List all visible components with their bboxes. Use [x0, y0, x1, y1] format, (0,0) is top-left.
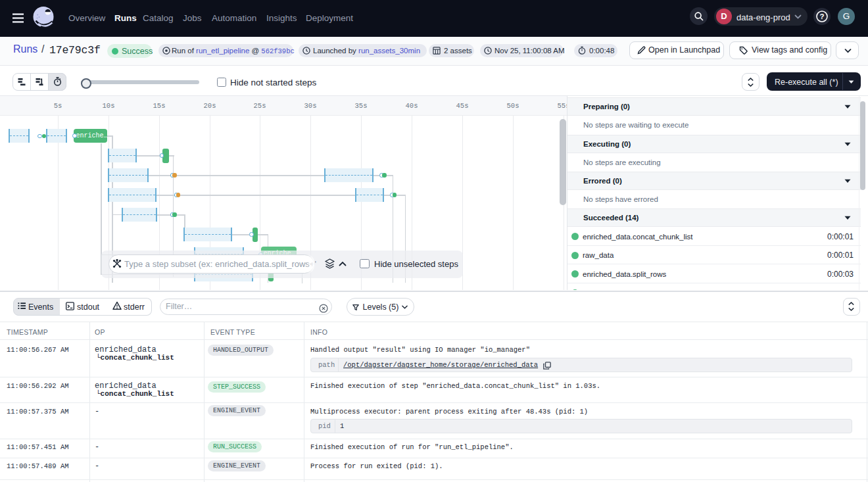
- svg-text:?: ?: [819, 12, 824, 20]
